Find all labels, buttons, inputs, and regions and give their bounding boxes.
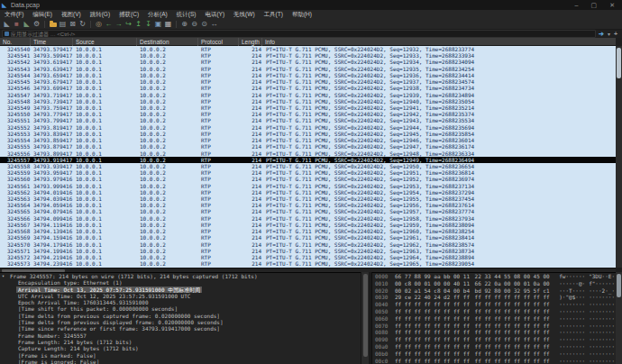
details-scrollbar[interactable] [361,272,369,364]
packet-row[interactable]: 324556034793.97941610.0.0.110.0.0.2RTP21… [0,176,616,182]
save-file-button[interactable]: ▤ [58,19,68,29]
hex-row[interactable]: 003029 ce 22 40 24 d2 ff ffff ff ff ff f… [372,294,616,301]
find-packet-button[interactable]: ◎ [94,19,104,29]
menu-tools[interactable]: 工具(T) [260,10,288,19]
hex-row[interactable]: 0060ff ff ff ff ff ff ff ffff ff ff ff f… [372,315,616,323]
packet-row[interactable]: 324556734794.11941610.0.0.110.0.0.2RTP21… [0,222,616,228]
packet-row[interactable]: 324556434794.05941610.0.0.110.0.0.2RTP21… [0,202,616,208]
hex-row[interactable]: 000066 77 88 99 aa bb 00 1122 33 44 55 0… [372,273,616,280]
filter-dropdown-icon[interactable]: ▾ [608,31,610,37]
detail-line[interactable]: Frame Number: 3245557 [0,332,361,339]
packet-row[interactable]: 324555334793.83941710.0.0.110.0.0.2RTP21… [0,131,616,137]
filter-bookmark-icon[interactable] [5,32,9,36]
hex-row[interactable]: 00c0ff ff ff ff ff ff ff ffff ff ff ff f… [372,358,616,364]
packet-row[interactable]: 324556134793.99941610.0.0.110.0.0.2RTP21… [0,183,616,189]
hex-row[interactable]: 0050ff ff ff ff ff ff ff ffff ff ff ff f… [372,308,616,315]
hex-row[interactable]: 00a0ff ff ff ff ff ff ff ffff ff ff ff f… [372,343,616,350]
hex-row[interactable]: 001000 c8 00 01 00 00 40 1166 22 0a 00 0… [372,280,616,287]
menu-wireless[interactable]: 无线(W) [229,10,259,19]
go-forward-button[interactable]: → [114,19,123,29]
packet-row[interactable]: 324557134794.19941610.0.0.110.0.0.2RTP21… [0,248,616,254]
capture-stop-button[interactable]: ■ [12,19,22,29]
menu-file[interactable]: 文件(F) [0,10,28,19]
open-file-button[interactable] [48,19,58,29]
resize-columns-button[interactable]: ↔ [209,19,219,29]
display-filter-input[interactable] [11,31,595,37]
expander-icon[interactable]: ▾ [2,273,5,279]
reload-file-button[interactable]: ↻ [78,19,87,29]
menu-statistics[interactable]: 统计(S) [172,10,201,19]
packet-row[interactable]: 324556534794.07941610.0.0.110.0.0.2RTP21… [0,208,616,214]
packet-row[interactable]: 324555134793.79941710.0.0.110.0.0.2RTP21… [0,117,616,123]
colorize-button[interactable]: ▦ [163,19,173,29]
detail-line[interactable]: [Frame is marked: False] [0,352,361,359]
menu-help[interactable]: 帮助(H) [288,10,316,19]
bytes-scrollbar-thumb[interactable] [617,274,621,297]
packet-row[interactable]: 324555834793.93941710.0.0.110.0.0.2RTP21… [0,163,616,169]
packet-row[interactable]: 324554734793.71941710.0.0.110.0.0.2RTP21… [0,92,616,98]
detail-line[interactable]: UTC Arrival Time: Oct 12, 2025 23:57:25.… [0,293,361,299]
column-header-no[interactable]: No. [0,38,31,46]
packet-row[interactable]: 324556834794.13941610.0.0.110.0.0.2RTP21… [0,228,616,234]
go-back-button[interactable]: ← [104,19,114,29]
capture-start-button[interactable]: ◣ [2,19,12,29]
packet-row[interactable]: 324555734793.91941710.0.0.110.0.0.2RTP21… [0,157,616,163]
menu-telephony[interactable]: 电话(Y) [200,10,229,19]
close-file-button[interactable]: ⊠ [68,19,78,29]
details-scrollbar-thumb[interactable] [363,274,368,357]
close-button[interactable]: ✕ [609,2,615,9]
packet-row[interactable]: 324555434793.85941710.0.0.110.0.0.2RTP21… [0,137,616,143]
column-header-time[interactable]: Time [31,38,73,46]
hex-row[interactable]: 0070ff ff ff ff ff ff ff ffff ff ff ff f… [372,323,616,330]
hex-row[interactable]: 00b0ff ff ff ff ff ff ff ffff ff ff ff f… [372,350,616,358]
packet-row[interactable]: 324554334793.63941710.0.0.110.0.0.2RTP21… [0,66,616,72]
menu-go[interactable]: 跳转(G) [86,10,114,19]
packet-row[interactable]: 324557334794.23941610.0.0.110.0.0.2RTP21… [0,260,616,267]
auto-scroll-button[interactable]: ▣ [153,19,163,29]
packet-row[interactable]: 324556634794.09941610.0.0.110.0.0.2RTP21… [0,215,616,222]
minimize-button[interactable]: – [575,2,579,9]
packet-row[interactable]: 324554134793.59941710.0.0.110.0.0.2RTP21… [0,52,616,59]
hex-row[interactable]: 0080ff ff ff ff ff ff ff ffff ff ff ff f… [372,329,616,336]
column-header-destination[interactable]: Destination [137,38,198,46]
maximize-button[interactable]: ▢ [591,2,598,9]
detail-line[interactable]: [Time delta from previous displayed fram… [0,319,361,325]
column-header-source[interactable]: Source [73,38,137,46]
detail-line[interactable]: Encapsulation type: Ethernet (1) [0,279,361,286]
menu-capture[interactable]: 捕获(C) [114,10,143,19]
column-header-length[interactable]: Length [239,38,262,46]
go-first-button[interactable]: ↥ [133,19,143,29]
hex-row[interactable]: 0040ff ff ff ff ff ff ff ffff ff ff ff f… [372,301,616,308]
detail-line[interactable]: Arrival Time: Oct 13, 2025 07:57:25.9315… [0,287,361,293]
capture-restart-button[interactable]: ◣ [22,19,32,29]
packet-row[interactable]: 324554534793.67941710.0.0.110.0.0.2RTP21… [0,78,616,85]
zoom-out-button[interactable]: ⊖ [189,19,199,29]
apply-filter-button[interactable]: ➔ [599,31,604,38]
packet-row[interactable]: 324556234794.01941610.0.0.110.0.0.2RTP21… [0,189,616,196]
zoom-original-button[interactable]: ⊙ [199,19,209,29]
bytes-scrollbar[interactable] [616,272,622,364]
add-filter-button[interactable]: + [614,31,617,37]
detail-line[interactable]: [Frame is ignored: False] [0,359,361,364]
detail-line[interactable]: Capture Length: 214 bytes (1712 bits) [0,345,361,351]
detail-line[interactable]: [Time delta from previous captured frame… [0,313,361,319]
packet-row[interactable]: 324555534793.87941710.0.0.110.0.0.2RTP21… [0,143,616,150]
detail-line[interactable]: Frame Length: 214 bytes (1712 bits) [0,339,361,345]
go-to-packet-button[interactable]: ↪ [123,19,133,29]
menu-view[interactable]: 视图(V) [57,10,86,19]
packet-row[interactable]: 324556934794.15941610.0.0.110.0.0.2RTP21… [0,234,616,241]
hex-row[interactable]: 002000 02 a1 54 c8 04 00 b4bd 92 80 00 3… [372,287,616,295]
packet-row[interactable]: 324556334794.03941610.0.0.110.0.0.2RTP21… [0,196,616,202]
packet-list-scrollbar-thumb[interactable] [617,48,621,78]
go-last-button[interactable]: ↧ [143,19,153,29]
capture-options-button[interactable]: ⚙ [32,19,41,29]
detail-line[interactable]: ▾Frame 3245557: 214 bytes on wire (1712 … [0,273,361,279]
packet-row[interactable]: 324554634793.69941710.0.0.110.0.0.2RTP21… [0,85,616,91]
packet-row[interactable]: 324554234793.61941710.0.0.110.0.0.2RTP21… [0,59,616,65]
packet-row[interactable]: 324555234793.81941710.0.0.110.0.0.2RTP21… [0,124,616,131]
packet-row[interactable]: 324554034793.57941710.0.0.110.0.0.2RTP21… [0,46,616,52]
column-header-protocol[interactable]: Protocol [198,38,239,46]
packet-list-scrollbar[interactable] [616,46,622,268]
packet-row[interactable]: 324557034794.17941610.0.0.110.0.0.2RTP21… [0,241,616,248]
packet-row[interactable]: 324555034793.77941710.0.0.110.0.0.2RTP21… [0,111,616,117]
